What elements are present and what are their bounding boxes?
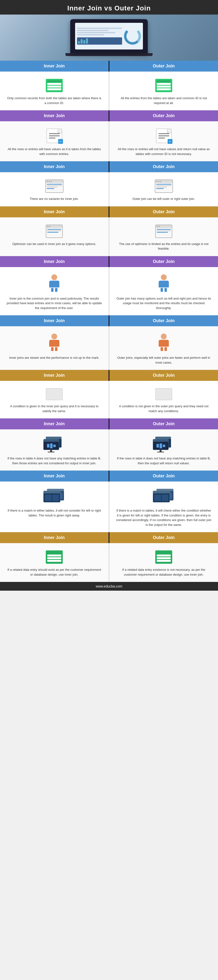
inner-join-text-4: Optimizer can be used in inner join as i… [6,242,103,247]
page-title: Inner Join vs Outer Join [2,4,216,12]
inner-join-col-4: Optimizer can be used in inner join as i… [0,217,109,256]
section-header-9: Inner Join Outer Join [0,471,218,482]
outer-icon-wrap-5 [115,274,212,293]
hero-image [0,14,218,60]
inner-join-header-6: Inner Join [0,315,109,326]
inner-join-text-9: If there is a match in either tables, it… [6,508,103,518]
outer-join-label-7: Outer Join [153,373,175,378]
outer-join-text-4: The use of optimizer is limited as the e… [115,242,212,251]
inner-icon-wrap-6 [6,334,103,352]
inner-join-text-5: Inner join is the common join and is use… [6,296,103,310]
section-content-3: There are no variants for inner join. Ou… [0,172,218,207]
page-footer: www.educba.com [0,582,218,591]
outer-join-col-2: ✏ All the rows or entries will not have … [109,121,218,161]
outer-join-text-10: If a related data entry existence is not… [115,567,212,577]
inner-join-label-1: Inner Join [44,64,65,68]
outer-join-text-9: If there is a match in tables, it will c… [115,508,212,527]
inner-join-label-7: Inner Join [44,373,65,378]
outer-join-header-3: Outer Join [109,161,218,172]
inner-join-label-10: Inner Join [44,535,65,540]
outer-join-text-1: All the entries from the tables are take… [115,96,212,105]
laptop-graphic [65,19,153,56]
inner-join-text-6: Inner joins are slower and the performan… [6,355,103,360]
inner-join-col-10: If a related data entry should exist as … [0,543,109,582]
inner-join-header-8: Inner Join [0,418,109,430]
outer-icon-wrap-6 [115,334,212,352]
outer-join-header-1: Outer Join [109,60,218,72]
outer-join-text-3: Outer join can be left outer or right ou… [115,196,212,201]
outer-join-text-7: A condition is not given in the outer jo… [115,404,212,414]
outer-join-col-6: Outer joins, especially left outer joins… [109,326,218,370]
inner-join-header-1: Inner Join [0,60,109,72]
inner-icon-wrap-9 [6,489,103,504]
page-header: Inner Join vs Outer Join [0,0,218,14]
inner-join-label-3: Inner Join [44,164,65,169]
section-header-5: Inner Join Outer Join [0,256,218,267]
inner-join-text-2: All the rows or entries will have values… [6,147,103,156]
outer-join-text-2: All the rows or entries will not have va… [115,147,212,156]
outer-join-header-10: Outer Join [109,532,218,543]
inner-join-header-10: Inner Join [0,532,109,543]
outer-icon-wrap-1 [115,79,212,92]
section-header-2: Inner Join Outer Join [0,110,218,121]
outer-join-label-5: Outer Join [153,259,175,264]
section-header-1: Inner Join Outer Join [0,60,218,72]
inner-icon-wrap-10 [6,550,103,564]
section-content-2: ✏ All the rows or entries will have valu… [0,121,218,161]
inner-join-col-8: If the rows in table A does not have any… [0,430,109,471]
section-header-4: Inner Join Outer Join [0,207,218,217]
section-content-6: Inner joins are slower and the performan… [0,326,218,370]
footer-text: www.educba.com [96,584,122,588]
outer-join-header-8: Outer Join [109,418,218,430]
inner-join-label-4: Inner Join [44,209,65,214]
inner-join-text-10: If a related data entry should exist as … [6,567,103,577]
outer-join-header-7: Outer Join [109,370,218,381]
inner-join-col-2: ✏ All the rows or entries will have valu… [0,121,109,161]
section-header-8: Inner Join Outer Join [0,418,218,430]
inner-icon-wrap-2: ✏ [6,129,103,143]
inner-icon-wrap-5 [6,274,103,293]
section-content-4: Optimizer can be used in inner join as i… [0,217,218,256]
outer-join-col-7: A condition is not given in the outer jo… [109,381,218,418]
inner-join-header-2: Inner Join [0,110,109,121]
inner-join-label-5: Inner Join [44,259,65,264]
inner-join-header-7: Inner Join [0,370,109,381]
outer-icon-wrap-2: ✏ [115,129,212,143]
outer-join-label-3: Outer Join [153,164,175,169]
outer-join-header-9: Outer Join [109,471,218,482]
inner-join-col-1: Only common records from both the tables… [0,72,109,110]
outer-join-text-6: Outer joins, especially left outer joins… [115,355,212,365]
inner-join-text-3: There are no variants for inner join. [6,196,103,201]
inner-join-col-9: If there is a match in either tables, it… [0,482,109,532]
outer-join-col-10: If a related data entry existence is not… [109,543,218,582]
inner-join-text-7: A condition is given in the inner join q… [6,404,103,414]
section-header-7: Inner Join Outer Join [0,370,218,381]
outer-join-col-1: All the entries from the tables are take… [109,72,218,110]
outer-icon-wrap-10 [115,550,212,564]
outer-join-label-9: Outer Join [153,474,175,478]
inner-icon-wrap-4 [6,224,103,238]
inner-join-header-5: Inner Join [0,256,109,267]
outer-join-label-2: Outer Join [153,113,175,118]
outer-icon-wrap-3 [115,180,212,193]
inner-icon-wrap-8 [6,437,103,452]
inner-join-label-6: Inner Join [44,318,65,323]
section-header-3: Inner Join Outer Join [0,161,218,172]
outer-join-col-9: If there is a match in tables, it will c… [109,482,218,532]
outer-join-header-2: Outer Join [109,110,218,121]
inner-join-col-3: There are no variants for inner join. [0,172,109,207]
inner-join-col-5: Inner join is the common join and is use… [0,267,109,316]
inner-join-col-7: A condition is given in the inner join q… [0,381,109,418]
inner-join-text-8: If the rows in table A does not have any… [6,456,103,466]
section-content-5: Inner join is the common join and is use… [0,267,218,316]
section-content-10: If a related data entry should exist as … [0,543,218,582]
outer-icon-wrap-9 [115,489,212,504]
outer-icon-wrap-4 [115,224,212,238]
outer-join-label-1: Outer Join [153,64,175,68]
section-content-8: If the rows in table A does not have any… [0,430,218,471]
inner-join-header-3: Inner Join [0,161,109,172]
outer-join-label-8: Outer Join [153,422,175,426]
outer-icon-wrap-8 [115,437,212,452]
outer-join-col-3: Outer join can be left outer or right ou… [109,172,218,207]
inner-join-text-1: Only common records from both the tables… [6,96,103,105]
